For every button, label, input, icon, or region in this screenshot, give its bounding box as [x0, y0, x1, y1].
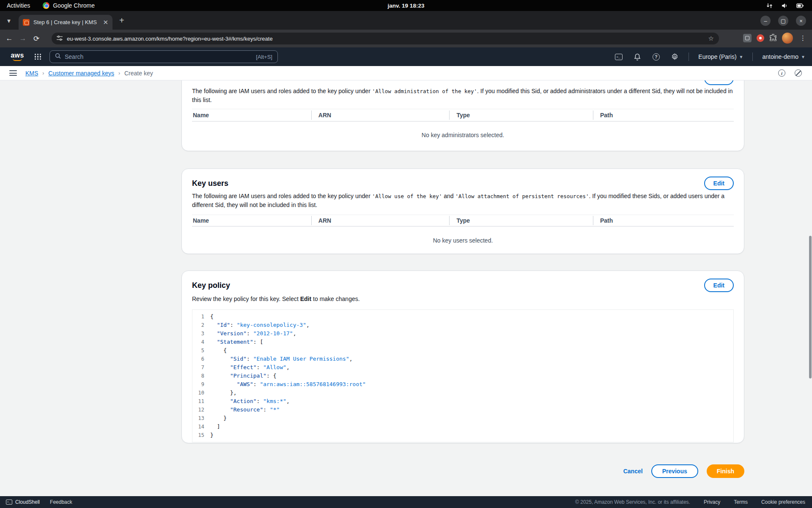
cancel-button[interactable]: Cancel [623, 468, 643, 475]
table-header-row: Name ARN Type Path [192, 215, 734, 226]
side-nav-menu-icon[interactable] [9, 70, 17, 76]
network-icon[interactable] [765, 1, 774, 10]
inline-code: 'Allow attachment of persistent resource… [455, 193, 589, 199]
window-minimize-button[interactable]: – [760, 16, 771, 26]
help-icon[interactable]: ? [651, 52, 661, 61]
key-users-section: Key users Edit The following are IAM use… [181, 168, 744, 254]
section-title: Key policy [192, 281, 230, 290]
power-icon[interactable] [795, 1, 804, 10]
section-title: Key users [192, 179, 228, 188]
key-users-description: The following are IAM users and roles ad… [192, 192, 734, 210]
tab-close-icon[interactable]: ✕ [103, 19, 108, 25]
system-clock[interactable]: janv. 19 18:23 [388, 3, 425, 9]
extension-icon-1[interactable] [743, 34, 752, 42]
extensions-puzzle-icon[interactable] [769, 33, 777, 43]
chevron-down-icon: ▼ [739, 55, 743, 59]
console-search[interactable]: [Alt+S] [49, 50, 278, 63]
terminal-icon: >_ [6, 500, 12, 505]
search-shortcut: [Alt+S] [256, 54, 272, 60]
cookie-preferences-link[interactable]: Cookie preferences [761, 499, 805, 505]
edit-key-administrators-button[interactable]: Edit [704, 80, 734, 85]
column-header-arn: ARN [311, 110, 450, 120]
console-footer-bar: >_ CloudShell Feedback © 2025, Amazon We… [0, 496, 812, 508]
cloudshell-icon[interactable]: >_ [614, 52, 623, 61]
breadcrumb-separator: › [42, 70, 44, 76]
feedback-button[interactable]: Feedback [50, 499, 72, 505]
browser-tab-bar: ▼ Step 6 | Create key | KMS ✕ + – ▢ × [0, 11, 812, 30]
column-header-path: Path [593, 216, 734, 225]
breadcrumb-cmk-link[interactable]: Customer managed keys [48, 70, 114, 77]
header-divider [689, 52, 689, 61]
window-close-button[interactable]: × [796, 16, 806, 26]
volume-icon[interactable] [780, 1, 789, 10]
breadcrumb: KMS › Customer managed keys › Create key [25, 70, 153, 77]
window-maximize-button[interactable]: ▢ [778, 16, 788, 26]
breadcrumb-current: Create key [124, 70, 153, 77]
privacy-link[interactable]: Privacy [704, 499, 720, 505]
breadcrumb-separator: › [118, 70, 120, 76]
column-header-name: Name [192, 112, 311, 119]
system-bar: Activities Google Chrome janv. 19 18:23 [0, 0, 812, 11]
column-header-arn: ARN [311, 216, 450, 225]
profile-avatar[interactable] [782, 33, 793, 44]
aws-logo[interactable]: aws [9, 52, 25, 61]
column-header-name: Name [192, 217, 311, 224]
circle-slash-icon[interactable] [795, 69, 802, 77]
terms-link[interactable]: Terms [734, 499, 748, 505]
active-app-indicator[interactable]: Google Chrome [43, 2, 95, 9]
tab-title: Step 6 | Create key | KMS [33, 19, 99, 25]
notifications-bell-icon[interactable] [633, 52, 642, 61]
back-button[interactable]: ← [3, 32, 16, 45]
services-grid-icon[interactable] [35, 54, 41, 60]
cloudshell-footer-button[interactable]: >_ CloudShell [6, 499, 40, 505]
finish-button[interactable]: Finish [707, 464, 744, 478]
page-content: Edit The following are IAM users and rol… [0, 80, 812, 496]
active-app-label: Google Chrome [53, 2, 95, 9]
info-icon[interactable]: i [778, 69, 785, 77]
browser-menu-icon[interactable]: ⋮ [798, 34, 808, 42]
account-label: antoine-demo [762, 53, 798, 60]
account-menu[interactable]: antoine-demo ▼ [762, 53, 805, 60]
bookmark-star-icon[interactable]: ☆ [708, 35, 714, 42]
key-administrators-section: Edit The following are IAM users and rol… [181, 80, 744, 151]
key-administrators-description: The following are IAM users and roles ad… [192, 87, 734, 105]
breadcrumb-kms-link[interactable]: KMS [25, 70, 38, 77]
aws-smile-icon [13, 58, 22, 61]
key-policy-description: Review the key policy for this key. Sele… [192, 295, 734, 304]
browser-toolbar: ← → ⟳ eu-west-3.console.aws.amazon.com/k… [0, 30, 812, 47]
edit-key-users-button[interactable]: Edit [704, 177, 734, 190]
search-input[interactable] [65, 53, 252, 60]
chrome-logo-icon [43, 2, 49, 9]
reload-button[interactable]: ⟳ [30, 32, 43, 45]
previous-button[interactable]: Previous [651, 464, 698, 478]
new-tab-button[interactable]: + [119, 17, 124, 24]
settings-gear-icon[interactable] [670, 52, 679, 61]
empty-state-text: No key users selected. [192, 237, 734, 244]
inline-code: 'Allow administration of the key' [372, 88, 477, 94]
region-label: Europe (Paris) [698, 53, 736, 60]
empty-state-text: No key administrators selected. [192, 132, 734, 138]
header-divider [752, 52, 753, 61]
column-header-path: Path [593, 110, 734, 120]
edit-key-policy-button[interactable]: Edit [704, 279, 734, 292]
url-text[interactable]: eu-west-3.console.aws.amazon.com/kms/hom… [67, 36, 704, 42]
tab-search-icon[interactable]: ▼ [4, 16, 14, 25]
forward-button[interactable]: → [16, 32, 30, 45]
aws-logo-text: aws [11, 52, 24, 58]
extension-icon-2[interactable] [757, 34, 764, 42]
key-administrators-table: Name ARN Type Path No key administrators… [192, 109, 734, 138]
activities-button[interactable]: Activities [7, 2, 30, 9]
policy-code-viewer: 1{2 "Id": "key-consolepolicy-3",3 "Versi… [192, 309, 734, 442]
breadcrumb-bar: KMS › Customer managed keys › Create key… [0, 66, 812, 80]
browser-tab[interactable]: Step 6 | Create key | KMS ✕ [19, 15, 112, 30]
table-header-row: Name ARN Type Path [192, 109, 734, 121]
address-bar[interactable]: eu-west-3.console.aws.amazon.com/kms/hom… [52, 33, 719, 44]
region-selector[interactable]: Europe (Paris) ▼ [698, 53, 743, 60]
cloudshell-label: CloudShell [15, 499, 40, 505]
site-settings-icon[interactable] [57, 35, 63, 42]
chevron-down-icon: ▼ [801, 55, 805, 59]
aws-console-header: aws [Alt+S] >_ ? Europe (Paris) ▼ antoin… [0, 47, 812, 66]
policy-code-lines: 1{2 "Id": "key-consolepolicy-3",3 "Versi… [192, 312, 733, 439]
scrollbar-thumb[interactable] [809, 236, 812, 378]
key-policy-section: Key policy Edit Review the key policy fo… [181, 271, 744, 443]
